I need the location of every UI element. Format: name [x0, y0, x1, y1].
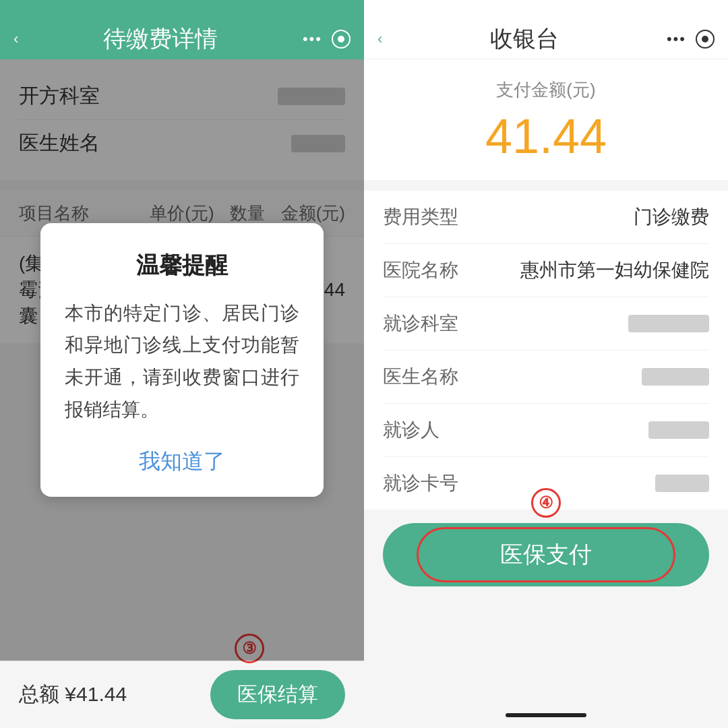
right-pay-button-wrapper: ④ 医保支付: [364, 523, 728, 586]
detail-row-doctor: 医生名称: [383, 351, 709, 404]
right-nav-bar: ‹ 收银台 •••: [364, 0, 728, 59]
right-back-button[interactable]: ‹: [377, 30, 382, 48]
modal-box: 温馨提醒 本市的特定门诊、居民门诊和异地门诊线上支付功能暂未开通，请到收费窗口进…: [40, 223, 324, 497]
left-more-icon[interactable]: •••: [303, 30, 322, 48]
step4-badge: ④: [531, 488, 561, 518]
right-target-icon[interactable]: [696, 30, 715, 49]
total-label: 总额 ¥41.44: [19, 681, 127, 708]
card-label: 就诊卡号: [383, 471, 458, 496]
modal-confirm-button[interactable]: 我知道了: [65, 447, 299, 477]
left-bottom-bar: 总额 ¥41.44 ③ 医保结算: [0, 661, 364, 728]
amount-label: 支付金额(元): [383, 78, 709, 102]
modal-overlay: 温馨提醒 本市的特定门诊、居民门诊和异地门诊线上支付功能暂未开通，请到收费窗口进…: [0, 59, 364, 661]
detail-row-hospital: 医院名称 惠州市第一妇幼保健院: [383, 244, 709, 297]
home-indicator: [506, 713, 586, 717]
right-doctor-label: 医生名称: [383, 364, 458, 390]
right-spacer: [364, 586, 728, 728]
left-nav-title: 待缴费详情: [103, 24, 218, 55]
right-more-icon[interactable]: •••: [667, 30, 686, 48]
left-back-button[interactable]: ‹: [13, 30, 18, 48]
left-target-inner: [338, 36, 344, 42]
modal-title: 温馨提醒: [65, 250, 299, 281]
amount-value: 41.44: [383, 109, 709, 164]
right-panel: ‹ 收银台 ••• 支付金额(元) 41.44 费用类型 门诊缴费 医院名称 惠…: [364, 0, 728, 728]
hospital-value: 惠州市第一妇幼保健院: [520, 257, 709, 283]
left-target-icon[interactable]: [332, 30, 351, 49]
pay-button-wrapper: ③ 医保结算: [210, 670, 345, 719]
fee-type-value: 门诊缴费: [634, 204, 709, 230]
patient-label: 就诊人: [383, 417, 439, 443]
detail-row-fee-type: 费用类型 门诊缴费: [383, 191, 709, 244]
right-doctor-value: [642, 368, 709, 386]
left-content-area: 开方科室 医生姓名 项目名称 单价(元) 数量 金额(元) (集)硝呋太尔制霉素…: [0, 59, 364, 661]
right-pay-button[interactable]: 医保支付: [383, 523, 709, 586]
right-nav-title: 收银台: [490, 24, 559, 55]
details-section: 费用类型 门诊缴费 医院名称 惠州市第一妇幼保健院 就诊科室 医生名称 就诊人 …: [364, 191, 728, 510]
left-nav-icons: •••: [303, 30, 351, 49]
right-target-inner: [702, 36, 708, 42]
card-value: [655, 475, 709, 492]
hospital-label: 医院名称: [383, 257, 458, 283]
left-nav-bar: ‹ 待缴费详情 •••: [0, 0, 364, 59]
fee-type-label: 费用类型: [383, 204, 458, 230]
detail-row-patient: 就诊人: [383, 404, 709, 457]
dept-label: 就诊科室: [383, 311, 458, 336]
modal-content: 本市的特定门诊、居民门诊和异地门诊线上支付功能暂未开通，请到收费窗口进行报销结算…: [65, 297, 299, 425]
dept-value: [628, 315, 709, 332]
payment-amount-section: 支付金额(元) 41.44: [364, 59, 728, 180]
left-panel: ‹ 待缴费详情 ••• 开方科室 医生姓名 项目名称 单价(元): [0, 0, 364, 728]
right-nav-icons: •••: [667, 30, 715, 49]
left-pay-button[interactable]: 医保结算: [210, 670, 345, 719]
detail-row-dept: 就诊科室: [383, 297, 709, 351]
patient-value: [648, 421, 709, 439]
